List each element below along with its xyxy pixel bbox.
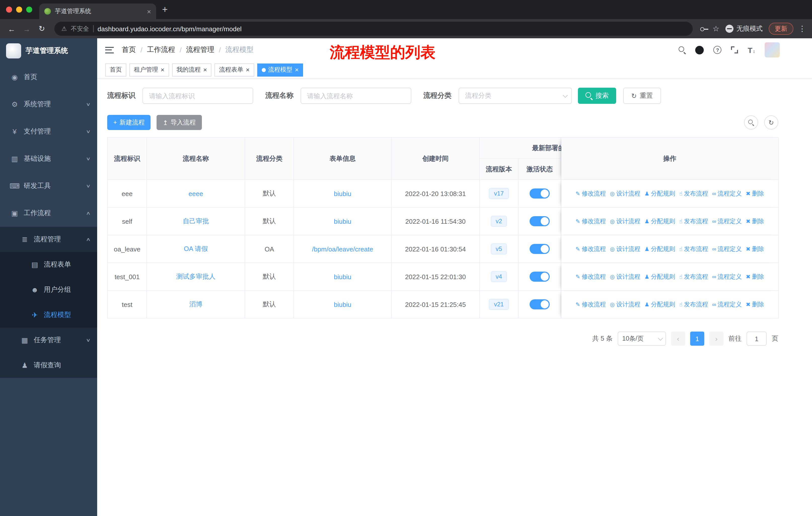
app-logo[interactable]: 芋道管理系统 bbox=[0, 38, 97, 63]
form-info-link[interactable]: biubiu bbox=[334, 301, 351, 308]
close-window-button[interactable] bbox=[6, 6, 12, 12]
goto-page-input[interactable] bbox=[747, 332, 767, 346]
view-tag[interactable]: 流程模型× bbox=[257, 63, 303, 76]
publish-process-link[interactable]: ☝发布流程 bbox=[679, 300, 708, 309]
delete-link[interactable]: ✖删除 bbox=[746, 272, 764, 281]
search-icon[interactable] bbox=[679, 46, 686, 53]
process-name-link[interactable]: 测试多审批人 bbox=[176, 272, 215, 281]
assign-rule-link[interactable]: ♟分配规则 bbox=[644, 217, 675, 225]
process-definition-link[interactable]: ∞流程定义 bbox=[712, 300, 742, 309]
form-info-link[interactable]: biubiu bbox=[334, 217, 351, 225]
form-info-link[interactable]: biubiu bbox=[334, 273, 351, 280]
process-definition-link[interactable]: ∞流程定义 bbox=[712, 189, 742, 198]
col-header-category[interactable]: 流程分类 bbox=[245, 138, 294, 180]
breadcrumb-item[interactable]: 工作流程 bbox=[147, 45, 175, 54]
publish-process-link[interactable]: ☝发布流程 bbox=[679, 272, 708, 281]
publish-process-link[interactable]: ☝发布流程 bbox=[679, 217, 708, 225]
active-toggle[interactable] bbox=[529, 244, 550, 254]
next-page-button[interactable]: › bbox=[709, 332, 723, 346]
col-header-active-status[interactable]: 激活状态 bbox=[519, 159, 561, 180]
reload-icon[interactable]: ↻ bbox=[36, 24, 47, 33]
view-tag[interactable]: 首页 bbox=[105, 63, 126, 76]
col-header-version[interactable]: 流程版本 bbox=[480, 159, 519, 180]
breadcrumb-item[interactable]: 首页 bbox=[122, 45, 136, 54]
form-info-link[interactable]: biubiu bbox=[334, 190, 351, 197]
fullscreen-icon[interactable] bbox=[731, 46, 738, 53]
active-toggle[interactable] bbox=[529, 272, 550, 282]
forward-icon[interactable]: → bbox=[21, 24, 32, 33]
delete-link[interactable]: ✖删除 bbox=[746, 300, 764, 309]
active-toggle[interactable] bbox=[529, 216, 550, 226]
publish-process-link[interactable]: ☝发布流程 bbox=[679, 189, 708, 198]
col-header-process-name[interactable]: 流程名称 bbox=[147, 138, 245, 180]
modify-process-link[interactable]: ✎修改流程 bbox=[576, 300, 606, 309]
modify-process-link[interactable]: ✎修改流程 bbox=[576, 189, 606, 198]
sidebar-item[interactable]: ▦任务管理∨ bbox=[0, 328, 97, 353]
close-icon[interactable]: × bbox=[203, 66, 207, 73]
delete-link[interactable]: ✖删除 bbox=[746, 245, 764, 253]
close-icon[interactable]: × bbox=[161, 66, 164, 73]
font-size-icon[interactable]: T↕ bbox=[748, 46, 755, 54]
sidebar-item[interactable]: ≣流程管理∧ bbox=[0, 227, 97, 252]
sidebar-item[interactable]: ¥支付管理∨ bbox=[0, 118, 97, 145]
reset-button[interactable]: ↻ 重置 bbox=[623, 88, 661, 104]
process-name-link[interactable]: OA 请假 bbox=[184, 244, 208, 253]
delete-link[interactable]: ✖删除 bbox=[746, 189, 764, 198]
view-tag[interactable]: 我的流程× bbox=[172, 63, 211, 76]
design-process-link[interactable]: ◎设计流程 bbox=[610, 217, 640, 225]
design-process-link[interactable]: ◎设计流程 bbox=[610, 300, 640, 309]
bookmark-star-icon[interactable]: ☆ bbox=[713, 24, 719, 33]
modify-process-link[interactable]: ✎修改流程 bbox=[576, 245, 606, 253]
create-process-button[interactable]: + 新建流程 bbox=[107, 115, 151, 130]
process-name-link[interactable]: eeee bbox=[188, 190, 203, 197]
back-icon[interactable]: ← bbox=[6, 24, 17, 33]
browser-tab[interactable]: 芋道管理系统 × bbox=[39, 3, 156, 19]
browser-menu-icon[interactable]: ⋮ bbox=[799, 24, 806, 33]
close-icon[interactable]: × bbox=[246, 66, 250, 73]
process-category-select[interactable]: 流程分类 bbox=[459, 88, 572, 104]
active-toggle[interactable] bbox=[529, 188, 550, 198]
sidebar-item[interactable]: ▥基础设施∨ bbox=[0, 145, 97, 172]
help-icon[interactable]: ? bbox=[714, 46, 722, 54]
user-avatar[interactable] bbox=[765, 42, 780, 57]
hamburger-icon[interactable] bbox=[105, 47, 114, 53]
tab-close-icon[interactable]: × bbox=[147, 7, 151, 16]
form-info-link[interactable]: /bpm/oa/leave/create bbox=[312, 245, 373, 253]
import-process-button[interactable]: ↥ 导入流程 bbox=[157, 115, 202, 130]
sidebar-item[interactable]: ◉首页 bbox=[0, 63, 97, 91]
modify-process-link[interactable]: ✎修改流程 bbox=[576, 272, 606, 281]
password-key-icon[interactable] bbox=[699, 25, 708, 32]
sidebar-item[interactable]: ⌨研发工具∨ bbox=[0, 172, 97, 199]
sidebar-item[interactable]: ⚙系统管理∨ bbox=[0, 91, 97, 118]
assign-rule-link[interactable]: ♟分配规则 bbox=[644, 300, 675, 309]
assign-rule-link[interactable]: ♟分配规则 bbox=[644, 272, 675, 281]
sidebar-item[interactable]: ♟请假查询 bbox=[0, 353, 97, 378]
design-process-link[interactable]: ◎设计流程 bbox=[610, 272, 640, 281]
delete-link[interactable]: ✖删除 bbox=[746, 217, 764, 225]
sidebar-item[interactable]: ▣工作流程∧ bbox=[0, 199, 97, 227]
address-bar[interactable]: ⚠ 不安全 dashboard.yudao.iocoder.cn/bpm/man… bbox=[54, 22, 692, 36]
process-definition-link[interactable]: ∞流程定义 bbox=[712, 272, 742, 281]
process-definition-link[interactable]: ∞流程定义 bbox=[712, 245, 742, 253]
process-definition-link[interactable]: ∞流程定义 bbox=[712, 217, 742, 225]
active-toggle[interactable] bbox=[529, 299, 550, 309]
close-icon[interactable]: × bbox=[295, 66, 299, 73]
minimize-window-button[interactable] bbox=[16, 6, 22, 12]
github-icon[interactable] bbox=[695, 46, 704, 54]
toggle-search-button[interactable] bbox=[744, 115, 758, 130]
prev-page-button[interactable]: ‹ bbox=[671, 332, 685, 346]
zoom-window-button[interactable] bbox=[26, 6, 32, 12]
assign-rule-link[interactable]: ♟分配规则 bbox=[644, 245, 675, 253]
process-name-link[interactable]: 自己审批 bbox=[183, 217, 209, 226]
sidebar-item[interactable]: ▤流程表单 bbox=[0, 252, 97, 277]
process-name-link[interactable]: 滔博 bbox=[189, 300, 202, 309]
view-tag[interactable]: 流程表单× bbox=[214, 63, 254, 76]
page-1-button[interactable]: 1 bbox=[690, 332, 704, 346]
sidebar-item[interactable]: ✈流程模型 bbox=[0, 302, 97, 328]
design-process-link[interactable]: ◎设计流程 bbox=[610, 189, 640, 198]
process-name-input[interactable] bbox=[300, 88, 411, 104]
refresh-table-button[interactable]: ↻ bbox=[764, 115, 778, 130]
publish-process-link[interactable]: ☝发布流程 bbox=[679, 245, 708, 253]
page-size-select[interactable]: 10条/页 bbox=[618, 332, 666, 346]
sidebar-item[interactable]: ☻用户分组 bbox=[0, 277, 97, 302]
